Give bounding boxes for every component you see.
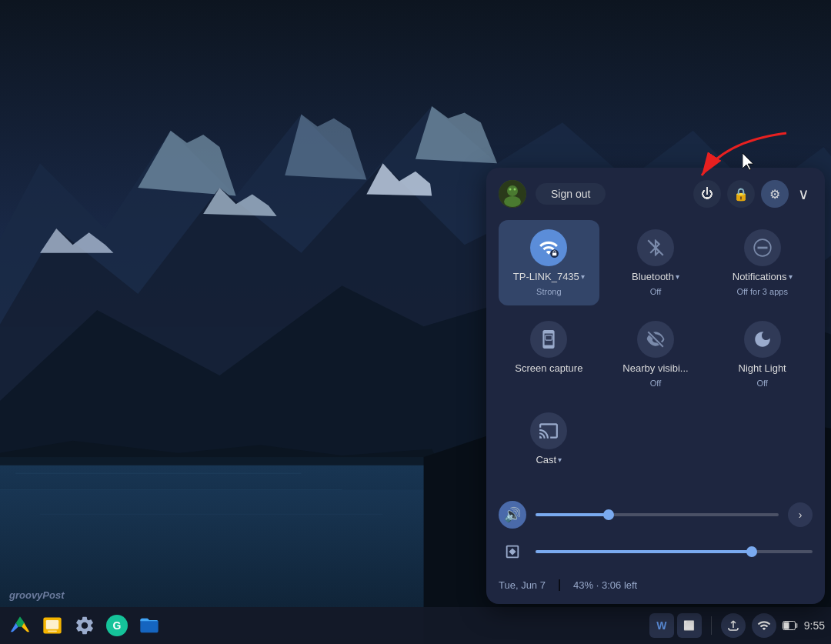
nearby-visibility-tile[interactable]: Nearby visibi... Off	[606, 312, 706, 397]
notifications-icon	[753, 238, 773, 258]
tiles-row1: TP-LINK_7435 ▾ Strong Bluet	[499, 220, 813, 305]
night-light-tile[interactable]: Night Light Off	[712, 312, 813, 397]
bluetooth-label: Bluetooth ▾	[632, 271, 679, 282]
nearby-visibility-sublabel: Off	[650, 379, 661, 388]
separator: |	[558, 578, 561, 592]
cast-label-text: Cast ▾	[536, 454, 562, 465]
notifications-label: Notifications ▾	[733, 271, 793, 282]
quick-settings-panel: Sign out ⏻ 🔒 ⚙ ∨	[486, 168, 825, 604]
taskbar-left: G	[6, 612, 163, 639]
bluetooth-arrow: ▾	[676, 272, 679, 281]
nearby-visibility-icon	[646, 329, 666, 349]
brightness-slider-row	[499, 538, 813, 566]
svg-text:G: G	[113, 619, 122, 632]
lock-button[interactable]: 🔒	[727, 180, 755, 208]
settings-icon: ⚙	[769, 187, 780, 202]
volume-expand-button[interactable]: ›	[788, 502, 813, 527]
empty-tile-1	[606, 403, 706, 489]
avatar[interactable]	[499, 180, 526, 208]
night-light-label: Night Light	[739, 362, 786, 374]
volume-thumb[interactable]	[603, 509, 614, 520]
cast-sublabel	[548, 470, 550, 479]
screen-capture-label: Screen capture	[515, 362, 582, 374]
taskbar-files[interactable]	[135, 612, 163, 639]
taskbar: G W ⬜	[0, 607, 831, 644]
lock-icon: 🔒	[733, 187, 749, 202]
taskbar-settings-icon	[74, 615, 95, 636]
brightness-thumb[interactable]	[746, 546, 757, 557]
screen-capture-icon-circle	[530, 321, 567, 358]
cast-tile[interactable]: Cast ▾	[499, 403, 599, 489]
chevron-button[interactable]: ∨	[795, 182, 813, 206]
wifi-sublabel: Strong	[536, 287, 561, 296]
tiles-row2: Screen capture Nearby visibi... Off	[499, 312, 813, 397]
svg-point-22	[509, 189, 512, 191]
svg-rect-38	[795, 623, 797, 628]
battery-icon	[783, 621, 798, 630]
files-icon	[138, 615, 160, 636]
svg-point-21	[504, 196, 521, 207]
date-display: Tue, Jun 7	[499, 579, 546, 591]
svg-rect-39	[783, 622, 789, 629]
taskbar-word-icon[interactable]: W	[649, 613, 674, 638]
taskbar-upload-icon[interactable]	[721, 613, 746, 638]
svg-point-20	[507, 185, 518, 196]
power-icon: ⏻	[701, 187, 713, 201]
taskbar-wifi-icon[interactable]	[752, 613, 776, 638]
brightness-track[interactable]	[536, 550, 813, 553]
notifications-arrow: ▾	[789, 272, 793, 281]
cast-label: Cast ▾	[536, 454, 562, 465]
sign-out-button[interactable]: Sign out	[536, 183, 606, 205]
sliders-section: 🔊 ›	[499, 501, 813, 566]
settings-button[interactable]: ⚙	[761, 180, 789, 208]
notifications-tile[interactable]: Notifications ▾ Off for 3 apps	[712, 220, 813, 305]
chevron-down-icon: ∨	[798, 185, 809, 202]
time-display[interactable]: 9:55	[804, 619, 825, 632]
screen-capture-sublabel	[548, 379, 550, 388]
svg-rect-25	[552, 253, 556, 256]
taskbar-right: W ⬜	[649, 613, 825, 638]
taskbar-grammarly[interactable]: G	[103, 612, 131, 639]
groovy-logo: groovyPost	[9, 589, 65, 601]
taskbar-word-area: W ⬜	[649, 613, 702, 638]
bluetooth-tile[interactable]: Bluetooth ▾ Off	[606, 220, 706, 305]
taskbar-google-drive[interactable]	[6, 612, 34, 639]
wifi-label-text: TP-LINK_7435 ▾	[513, 271, 585, 282]
wifi-label: TP-LINK_7435 ▾	[513, 271, 585, 282]
power-button[interactable]: ⏻	[693, 180, 721, 208]
google-drive-icon	[9, 615, 31, 636]
taskbar-separator-1	[711, 616, 712, 635]
nearby-visibility-label: Nearby visibi...	[622, 362, 688, 374]
svg-point-23	[514, 189, 516, 191]
bluetooth-sublabel: Off	[650, 287, 661, 296]
svg-rect-34	[48, 630, 57, 632]
night-light-sublabel: Off	[756, 379, 767, 388]
expand-icon: ›	[799, 509, 803, 521]
wifi-icon	[539, 238, 559, 258]
notifications-icon-circle	[744, 229, 781, 266]
taskbar-window-icon[interactable]: ⬜	[677, 613, 702, 638]
volume-fill	[536, 513, 609, 516]
header-icons: ⏻ 🔒 ⚙ ∨	[693, 180, 813, 208]
panel-header: Sign out ⏻ 🔒 ⚙ ∨	[499, 180, 813, 208]
tiles-row3: Cast ▾	[499, 403, 813, 489]
upload-svg-icon	[726, 619, 740, 632]
night-light-icon-circle	[744, 321, 781, 358]
taskbar-settings[interactable]	[71, 612, 98, 639]
svg-rect-29	[546, 335, 552, 341]
wifi-tile[interactable]: TP-LINK_7435 ▾ Strong	[499, 220, 599, 305]
battery-display: 43% · 3:06 left	[573, 579, 637, 591]
screen-capture-tile[interactable]: Screen capture	[499, 312, 599, 397]
night-light-icon	[753, 329, 773, 349]
bluetooth-label-text: Bluetooth ▾	[632, 271, 679, 282]
brightness-svg-icon	[504, 543, 521, 560]
cast-icon	[539, 421, 559, 441]
volume-track[interactable]	[536, 513, 779, 516]
wifi-icon-circle	[530, 229, 567, 266]
desktop: groovyPost	[0, 0, 831, 644]
brightness-icon	[499, 538, 526, 566]
bottom-row: Tue, Jun 7 | 43% · 3:06 left	[499, 575, 813, 592]
taskbar-google-slides[interactable]	[38, 612, 66, 639]
volume-button[interactable]: 🔊	[499, 501, 526, 529]
cast-icon-circle	[530, 412, 567, 449]
